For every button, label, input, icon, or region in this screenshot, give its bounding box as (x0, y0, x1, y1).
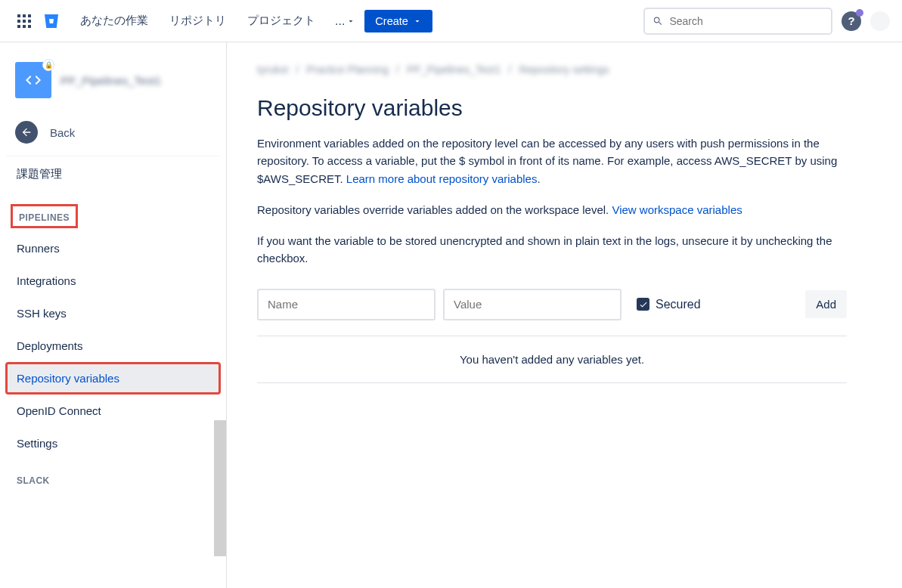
secured-label: Secured (656, 298, 701, 311)
nav-items: あなたの作業 リポジトリ プロジェクト ... (73, 9, 361, 32)
nav-right: ? (643, 8, 890, 35)
create-button[interactable]: Create (364, 10, 432, 32)
help-paragraph-2: Repository variables override variables … (257, 201, 847, 218)
help-icon[interactable]: ? (842, 11, 861, 31)
crumb-project[interactable]: Practice Planning (306, 63, 389, 76)
create-label: Create (375, 15, 408, 27)
search-input-wrap[interactable] (643, 8, 832, 35)
sidebar-section-pipelines: PIPELINES (11, 204, 78, 228)
chevron-down-icon (413, 17, 422, 26)
sidebar-item-repository-variables[interactable]: Repository variables (6, 363, 220, 394)
nav-projects[interactable]: プロジェクト (240, 9, 323, 32)
bitbucket-logo-icon[interactable] (39, 9, 64, 33)
back-button[interactable]: Back (6, 109, 220, 156)
crumb-repo[interactable]: PP_Pipelines_Test1 (407, 63, 501, 76)
empty-state: You haven't added any variables yet. (257, 336, 847, 383)
nav-left: あなたの作業 リポジトリ プロジェクト ... Create (12, 9, 432, 33)
search-icon (652, 15, 663, 27)
breadcrumb: tyrukst / Practice Planning / PP_Pipelin… (257, 63, 847, 76)
chevron-down-icon (346, 17, 355, 26)
sidebar: 🔒 PP_Pipelines_Test1 Back 課題管理 PIPELINES… (0, 42, 227, 588)
main-content: tyrukst / Practice Planning / PP_Pipelin… (227, 42, 877, 588)
back-label: Back (50, 126, 75, 139)
sidebar-item-ssh-keys[interactable]: SSH keys (6, 298, 220, 329)
nav-your-work[interactable]: あなたの作業 (73, 9, 156, 32)
variable-form: Secured Add (257, 281, 847, 336)
nav-more[interactable]: ... (329, 10, 361, 32)
add-button[interactable]: Add (805, 290, 847, 318)
arrow-left-icon (15, 121, 38, 144)
scrollbar[interactable] (214, 420, 226, 556)
nav-repositories[interactable]: リポジトリ (162, 9, 234, 32)
global-nav: あなたの作業 リポジトリ プロジェクト ... Create ? (0, 0, 902, 42)
sidebar-item-issues[interactable]: 課題管理 (6, 158, 220, 190)
sidebar-item-settings[interactable]: Settings (6, 428, 220, 459)
page-title: Repository variables (257, 95, 847, 121)
ellipsis-icon: ... (335, 14, 345, 28)
help-paragraph-1: Environment variables added on the repos… (257, 135, 847, 187)
avatar[interactable] (870, 11, 890, 31)
repo-icon: 🔒 (15, 62, 51, 98)
variable-value-input[interactable] (443, 289, 621, 320)
sidebar-item-deployments[interactable]: Deployments (6, 330, 220, 361)
check-icon (639, 300, 648, 309)
lock-icon: 🔒 (42, 59, 54, 71)
secured-checkbox-wrap: Secured (637, 298, 701, 311)
view-workspace-vars-link[interactable]: View workspace variables (612, 203, 742, 216)
search-input[interactable] (669, 15, 823, 27)
crumb-workspace[interactable]: tyrukst (257, 63, 288, 76)
sidebar-item-runners[interactable]: Runners (6, 233, 220, 264)
secured-checkbox[interactable] (637, 298, 649, 311)
repo-header: 🔒 PP_Pipelines_Test1 (6, 56, 220, 109)
learn-more-link[interactable]: Learn more about repository variables (346, 172, 538, 185)
help-paragraph-3: If you want the variable to be stored un… (257, 232, 847, 268)
sidebar-item-integrations[interactable]: Integrations (6, 265, 220, 296)
repo-name: PP_Pipelines_Test1 (60, 74, 161, 87)
app-switcher-icon[interactable] (12, 9, 36, 33)
variable-name-input[interactable] (257, 289, 436, 320)
sidebar-item-openid-connect[interactable]: OpenID Connect (6, 395, 220, 426)
crumb-page[interactable]: Repository settings (519, 63, 609, 76)
sidebar-section-slack: SLACK (6, 460, 220, 492)
